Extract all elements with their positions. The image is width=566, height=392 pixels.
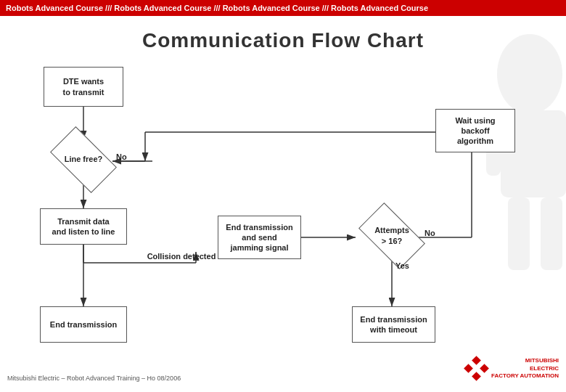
mitsubishi-logo: MITSUBISHI ELECTRIC FACTORY AUTOMATION <box>465 357 559 380</box>
attempts-diamond: Attempts > 16? <box>363 216 421 256</box>
ticker-text: Robots Advanced Course /// Robots Advanc… <box>6 4 428 12</box>
logo-text: MITSUBISHI ELECTRIC FACTORY AUTOMATION <box>491 357 559 380</box>
yes-attempts-label: Yes <box>395 261 409 270</box>
header-ticker: Robots Advanced Course /// Robots Advanc… <box>0 0 566 16</box>
no-attempts-label: No <box>424 229 435 237</box>
dte-box: DTE wants to transmit <box>44 67 123 107</box>
logo-diamonds <box>465 357 488 380</box>
end-tx-timeout-box: End transmission with timeout <box>352 306 435 343</box>
no-line-label: No <box>116 152 127 161</box>
flowchart: DTE wants to transmit Line free? No Tran… <box>0 60 566 386</box>
main-content: Communication Flow Chart <box>0 16 566 386</box>
end-tx-box: End transmission <box>40 306 127 343</box>
wait-box: Wait using backoff algorithm <box>435 109 515 152</box>
footer-text: Mitsubishi Electric – Robot Advanced Tra… <box>7 375 181 382</box>
transmit-box: Transmit data and listen to line <box>40 208 127 245</box>
end-tx-jam-box: End transmission and send jamming signal <box>218 216 301 259</box>
collision-label: Collision detected <box>145 252 218 261</box>
line-free-diamond: Line free? <box>54 139 112 179</box>
